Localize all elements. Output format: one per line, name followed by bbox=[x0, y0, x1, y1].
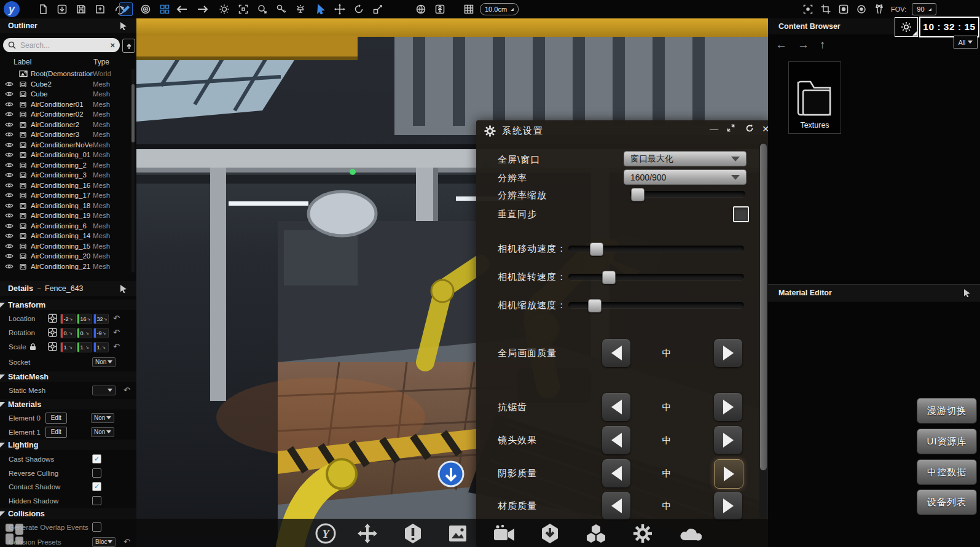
select-cursor-icon[interactable] bbox=[315, 3, 327, 15]
element0-dropdown[interactable]: Non bbox=[91, 413, 114, 423]
vsync-checkbox[interactable] bbox=[733, 206, 749, 222]
outliner-row[interactable]: AirConditioner3Mesh bbox=[0, 130, 131, 140]
fullscreen-dropdown[interactable]: 窗口最大化 bbox=[624, 151, 747, 166]
visibility-eye-icon[interactable] bbox=[0, 122, 18, 128]
camera-zoom-speed-slider[interactable] bbox=[568, 302, 744, 308]
scale-z-field[interactable]: 1.↘ bbox=[93, 342, 109, 352]
scale-y-field[interactable]: 1.↘ bbox=[77, 342, 92, 352]
hidden-shadow-checkbox[interactable] bbox=[92, 496, 101, 505]
visibility-eye-icon[interactable] bbox=[0, 223, 18, 229]
outliner-row[interactable]: AirConditioning_16Mesh bbox=[0, 180, 131, 191]
lighting-section-header[interactable]: Lighting bbox=[0, 440, 136, 450]
ui-library-button[interactable]: UI资源库 bbox=[917, 429, 977, 454]
scale-reset-icon[interactable]: ↶ bbox=[113, 342, 120, 352]
slider-knob[interactable] bbox=[590, 242, 603, 256]
layout-grid-icon[interactable] bbox=[159, 3, 171, 15]
dialog-title-bar[interactable]: 系统设置 — ✕ bbox=[476, 120, 769, 141]
target-rings-icon[interactable] bbox=[139, 3, 152, 15]
material-quality-next-button[interactable] bbox=[714, 492, 742, 520]
visibility-eye-icon[interactable] bbox=[0, 111, 18, 117]
overlap-events-checkbox[interactable] bbox=[92, 522, 101, 532]
outliner-row[interactable]: AirConditioning_17Mesh bbox=[0, 190, 131, 201]
visibility-eye-icon[interactable] bbox=[0, 243, 18, 249]
maximize-button[interactable] bbox=[727, 124, 738, 132]
move-tool-icon[interactable] bbox=[334, 3, 346, 15]
visibility-eye-icon[interactable] bbox=[0, 142, 18, 148]
dome-light-icon[interactable] bbox=[294, 3, 307, 15]
visibility-eye-icon[interactable] bbox=[0, 212, 18, 219]
visibility-eye-icon[interactable] bbox=[0, 182, 18, 188]
crop-icon[interactable] bbox=[820, 3, 832, 15]
nav-up-icon[interactable]: ↑ bbox=[820, 38, 826, 52]
visibility-eye-icon[interactable] bbox=[0, 253, 18, 259]
antialias-next-button[interactable] bbox=[714, 393, 742, 421]
outliner-row[interactable]: AirConditioner02Mesh bbox=[0, 109, 131, 120]
lens-effects-prev-button[interactable] bbox=[602, 426, 630, 454]
flags-icon[interactable] bbox=[873, 3, 885, 15]
transform-section-header[interactable]: Transform bbox=[0, 300, 136, 310]
visibility-eye-icon[interactable] bbox=[0, 81, 18, 87]
shadow-quality-prev-button[interactable] bbox=[602, 459, 630, 487]
video-camera-icon[interactable] bbox=[493, 522, 515, 545]
location-y-field[interactable]: 16↘ bbox=[77, 314, 92, 324]
download-hexagon-icon[interactable] bbox=[539, 522, 561, 545]
resolution-dropdown[interactable]: 1600/900 bbox=[624, 169, 747, 185]
shadow-quality-next-button[interactable] bbox=[714, 459, 743, 489]
slider-knob[interactable] bbox=[631, 188, 645, 201]
lock-icon[interactable] bbox=[29, 343, 36, 351]
alert-hexagon-icon[interactable] bbox=[402, 522, 424, 545]
materials-section-header[interactable]: Materials bbox=[0, 399, 136, 409]
key-icon[interactable] bbox=[275, 3, 288, 15]
scale-x-field[interactable]: 1.↘ bbox=[60, 342, 76, 352]
outliner-scrollbar[interactable] bbox=[131, 69, 135, 273]
mannequin-icon[interactable] bbox=[434, 3, 446, 15]
frame-capture-icon[interactable] bbox=[237, 3, 249, 15]
scale-tool-icon[interactable] bbox=[372, 3, 384, 15]
outliner-row[interactable]: AirConditioning_01Mesh bbox=[0, 150, 131, 160]
outliner-row[interactable]: Cube2Mesh bbox=[0, 79, 131, 90]
gear-icon[interactable] bbox=[632, 522, 654, 545]
visibility-eye-icon[interactable] bbox=[0, 101, 18, 107]
visibility-eye-icon[interactable] bbox=[0, 203, 18, 209]
global-quality-prev-button[interactable] bbox=[602, 339, 630, 367]
textures-folder[interactable]: Textures bbox=[788, 61, 841, 134]
record-icon[interactable] bbox=[837, 3, 850, 15]
camera-move-speed-slider[interactable] bbox=[568, 246, 744, 252]
element0-edit-button[interactable]: Edit bbox=[45, 413, 67, 424]
visibility-eye-icon[interactable] bbox=[0, 233, 18, 239]
edit-pencil-icon[interactable] bbox=[119, 2, 133, 16]
element1-dropdown[interactable]: Non bbox=[91, 427, 114, 437]
move-cross-icon[interactable] bbox=[356, 522, 378, 545]
refresh-button[interactable] bbox=[745, 124, 756, 133]
outliner-row[interactable]: AirConditionerNoVeMesh bbox=[0, 140, 131, 150]
lighting-toggle-button[interactable] bbox=[895, 17, 918, 37]
search-box[interactable]: × bbox=[3, 38, 120, 52]
outliner-row[interactable]: AirConditioning_18Mesh bbox=[0, 201, 131, 211]
antialias-prev-button[interactable] bbox=[602, 393, 630, 421]
slider-knob[interactable] bbox=[602, 271, 616, 284]
outliner-row[interactable]: AirConditioning_15Mesh bbox=[0, 241, 131, 252]
collisions-section-header[interactable]: Collisions bbox=[0, 508, 136, 519]
resolution-scale-slider[interactable] bbox=[630, 191, 745, 197]
filter-all-dropdown[interactable]: All bbox=[954, 36, 978, 48]
outliner-row[interactable]: AirConditioning_14Mesh bbox=[0, 231, 131, 241]
outliner-import-button[interactable] bbox=[122, 39, 135, 53]
image-icon[interactable] bbox=[447, 522, 469, 545]
location-z-field[interactable]: 32↘ bbox=[93, 314, 109, 324]
outliner-row[interactable]: AirConditioner2Mesh bbox=[0, 120, 131, 130]
dialog-scrollbar[interactable] bbox=[759, 142, 767, 518]
outliner-row[interactable]: AirConditioning_2Mesh bbox=[0, 160, 131, 171]
collision-presets-reset-icon[interactable]: ↶ bbox=[123, 537, 130, 546]
outliner-row[interactable]: AirConditioning_21Mesh bbox=[0, 262, 131, 272]
camera-focus-icon[interactable] bbox=[802, 3, 814, 15]
minimize-button[interactable]: — bbox=[708, 124, 719, 134]
device-list-button[interactable]: 设备列表 bbox=[917, 489, 977, 515]
visibility-eye-icon[interactable] bbox=[0, 131, 18, 138]
staticmesh-reset-icon[interactable]: ↶ bbox=[123, 386, 130, 395]
rotate-tool-icon[interactable] bbox=[353, 3, 365, 15]
hexagon-cluster-icon[interactable] bbox=[585, 522, 607, 545]
globe-icon[interactable] bbox=[415, 3, 427, 15]
rotation-y-field[interactable]: 0.↘ bbox=[77, 328, 92, 338]
socket-dropdown[interactable]: Non bbox=[92, 357, 116, 367]
visibility-eye-icon[interactable] bbox=[0, 263, 18, 270]
